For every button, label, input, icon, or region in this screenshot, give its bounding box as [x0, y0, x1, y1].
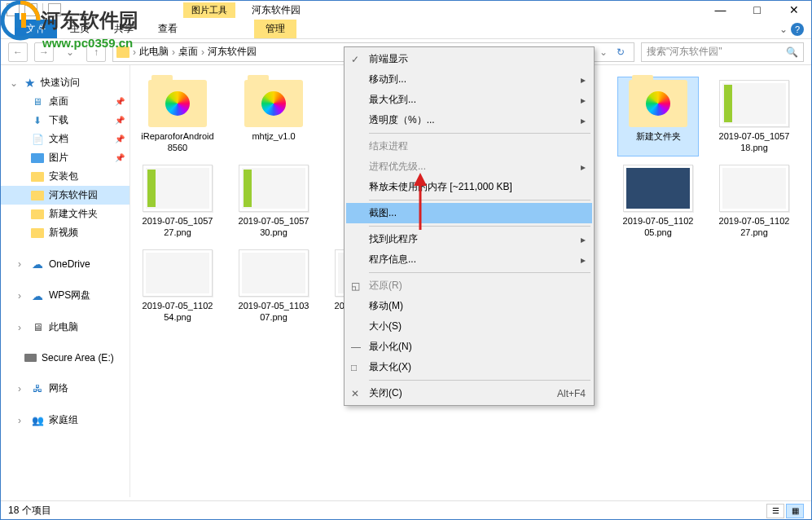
forward-button[interactable]: → [34, 42, 54, 62]
menu-item-label: 还原(R) [369, 279, 586, 293]
menu-item-label: 程序信息... [369, 253, 581, 267]
crumb-desktop[interactable]: 桌面 [178, 45, 198, 59]
file-item[interactable]: 2019-07-05_105727.png [137, 161, 218, 241]
file-item[interactable]: mhtjz_v1.0 [233, 77, 314, 156]
file-item[interactable]: 2019-07-05_105730.png [233, 161, 314, 241]
file-item[interactable]: 2019-07-05_110227.png [713, 161, 795, 241]
menu-item-label: 移动到... [369, 73, 581, 86]
file-item[interactable]: 2019-07-05_105718.png [713, 77, 795, 156]
quick-access-toolbar [7, 3, 61, 16]
image-thumbnail [239, 249, 309, 297]
menu-item[interactable]: 找到此程序▸ [346, 229, 592, 249]
menu-item: ◱还原(R) [346, 275, 592, 296]
tab-share[interactable]: 共享 [103, 20, 145, 38]
back-button[interactable]: ← [8, 42, 28, 62]
file-item[interactable]: 2019-07-05_110205.png [617, 161, 699, 241]
up-button[interactable]: ↑ [86, 42, 106, 62]
menu-item[interactable]: 大小(S) [346, 316, 592, 337]
submenu-arrow-icon: ▸ [581, 234, 586, 245]
menu-item[interactable]: □最大化(X) [346, 357, 592, 377]
file-label: 2019-07-05_110227.png [717, 215, 792, 238]
ribbon-collapse-icon[interactable]: ⌄ [779, 24, 788, 35]
folder-icon [31, 228, 44, 238]
view-details-button[interactable]: ☰ [766, 504, 784, 518]
tab-file[interactable]: 文件 [15, 20, 57, 38]
menu-item[interactable]: 截图... [346, 203, 592, 223]
sidebar-item-pictures[interactable]: 图片📌 [0, 148, 129, 167]
qat-icon[interactable] [7, 3, 20, 16]
menu-item-label: 前端显示 [369, 52, 586, 66]
folder-icon [31, 209, 44, 219]
menu-item[interactable]: 移动到...▸ [346, 69, 592, 90]
submenu-arrow-icon: ▸ [581, 115, 586, 126]
minimize-button[interactable]: — [702, 0, 739, 20]
sidebar-item-current[interactable]: 河东软件园 [0, 186, 129, 205]
menu-item[interactable]: —最小化(N) [346, 337, 592, 357]
menu-item[interactable]: 透明度（%）...▸ [346, 110, 592, 130]
sidebar-item-documents[interactable]: 📄文档📌 [0, 130, 129, 148]
file-item[interactable]: 新建文件夹 [617, 77, 699, 156]
menu-shortcut: Alt+F4 [557, 388, 586, 399]
file-label: iReparoforAndroid8560 [140, 130, 215, 153]
refresh-button[interactable]: ↻ [611, 46, 630, 58]
tab-home[interactable]: 主页 [59, 20, 101, 38]
file-label: 新建文件夹 [621, 130, 696, 142]
submenu-arrow-icon: ▸ [581, 74, 586, 86]
sidebar-item-downloads[interactable]: ⬇下载📌 [0, 111, 129, 130]
sidebar-item-desktop[interactable]: 🖥桌面📌 [0, 92, 129, 111]
menu-item-icon: ✕ [351, 388, 369, 399]
menu-item[interactable]: 最大化到...▸ [346, 90, 592, 110]
view-icons-button[interactable]: ▦ [786, 504, 804, 518]
menu-item[interactable]: 移动(M) [346, 296, 592, 316]
search-input[interactable]: 搜索"河东软件园" 🔍 [641, 42, 804, 62]
menu-item-label: 截图... [369, 206, 586, 220]
menu-item[interactable]: ✕关闭(C)Alt+F4 [346, 383, 592, 403]
tab-manage[interactable]: 管理 [254, 20, 296, 38]
sidebar-item-newfolder[interactable]: 新建文件夹 [0, 205, 129, 223]
menu-item-label: 大小(S) [369, 319, 586, 333]
file-item[interactable]: 2019-07-05_110254.png [137, 246, 218, 336]
crumb-folder[interactable]: 河东软件园 [208, 45, 257, 59]
sidebar-onedrive[interactable]: ›☁OneDrive [0, 255, 129, 273]
menu-item[interactable]: 程序信息...▸ [346, 249, 592, 270]
sidebar-item-newvideo[interactable]: 新视频 [0, 223, 129, 242]
menu-item-icon: — [351, 342, 369, 353]
qat-icon[interactable] [48, 3, 61, 16]
menu-item-icon: ◱ [351, 280, 369, 292]
sidebar-wps[interactable]: ›☁WPS网盘 [0, 286, 129, 305]
tab-view[interactable]: 查看 [147, 20, 189, 38]
menu-item-icon: □ [351, 362, 369, 373]
menu-item-label: 最大化到... [369, 93, 581, 107]
folder-icon [116, 46, 129, 58]
folder-icon [148, 80, 207, 127]
menu-item-label: 透明度（%）... [369, 113, 581, 127]
file-item[interactable]: 2019-07-05_110307.png [233, 246, 314, 336]
menu-item-label: 释放未使用的内存 [~211,000 KB] [369, 180, 586, 194]
recent-dropdown[interactable]: ⌄ [60, 42, 80, 62]
title-bar: 图片工具 河东软件园 — □ ✕ [0, 0, 812, 20]
folder-icon [31, 172, 44, 182]
sidebar-item-pkg[interactable]: 安装包 [0, 167, 129, 186]
submenu-arrow-icon: ▸ [581, 254, 586, 266]
qat-icon[interactable] [24, 3, 37, 16]
sidebar-homegroup[interactable]: ›👥家庭组 [0, 411, 129, 430]
file-label: 2019-07-05_105718.png [717, 130, 792, 153]
context-menu: 前端显示移动到...▸最大化到...▸透明度（%）...▸结束进程进程优先级..… [344, 46, 595, 406]
crumb-pc[interactable]: 此电脑 [139, 45, 169, 59]
image-thumbnail [623, 165, 693, 212]
file-item[interactable]: iReparoforAndroid8560 [137, 77, 218, 156]
search-icon: 🔍 [786, 46, 798, 58]
help-icon[interactable]: ? [791, 23, 804, 36]
navigation-pane: ⌄★快速访问 🖥桌面📌 ⬇下载📌 📄文档📌 图片📌 安装包 河东软件园 新建文件… [0, 65, 130, 497]
menu-item[interactable]: 前端显示 [346, 49, 592, 69]
sidebar-quick-access[interactable]: ⌄★快速访问 [0, 73, 129, 92]
close-button[interactable]: ✕ [775, 0, 812, 20]
sidebar-thispc[interactable]: ›🖥此电脑 [0, 318, 129, 337]
menu-item-icon [351, 54, 369, 65]
file-label: 2019-07-05_105730.png [236, 215, 311, 238]
image-thumbnail [239, 165, 309, 212]
sidebar-secure[interactable]: Secure Area (E:) [0, 350, 129, 366]
menu-item[interactable]: 释放未使用的内存 [~211,000 KB] [346, 177, 592, 197]
maximize-button[interactable]: □ [739, 0, 775, 20]
sidebar-network[interactable]: ›🖧网络 [0, 379, 129, 398]
